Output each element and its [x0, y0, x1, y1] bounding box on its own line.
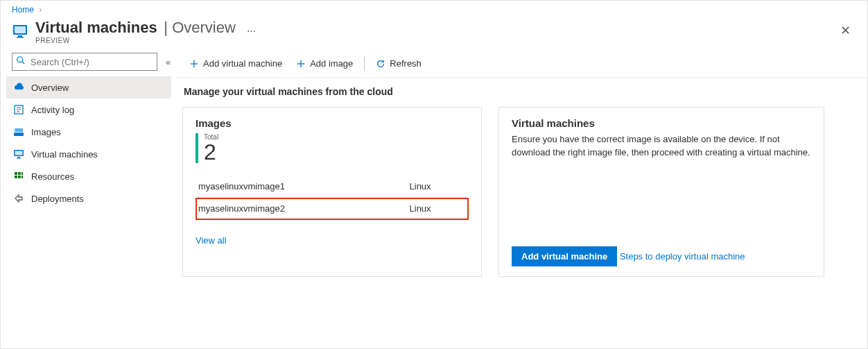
chevron-right-icon: › — [39, 5, 42, 15]
log-icon — [13, 104, 24, 115]
add-vm-button[interactable]: Add virtual machine — [182, 53, 289, 75]
monitor-icon — [12, 23, 28, 40]
metric-accent-bar — [196, 133, 198, 163]
table-row[interactable]: myaselinuxvmimage1 Linux — [196, 176, 469, 198]
steps-link[interactable]: Steps to deploy virtual machine — [620, 251, 745, 262]
image-name: myaselinuxvmimage1 — [196, 176, 407, 198]
svg-rect-19 — [15, 176, 17, 178]
svg-point-4 — [17, 57, 23, 62]
images-card: Images Total 2 myaselinuxvmimage1 Lin — [182, 107, 482, 277]
sidebar-item-label: Deployments — [31, 194, 84, 204]
sidebar-item-virtual-machines[interactable]: Virtual machines — [6, 143, 171, 165]
images-card-title: Images — [196, 117, 469, 129]
sidebar-item-images[interactable]: Images — [6, 121, 171, 143]
svg-rect-20 — [18, 176, 21, 178]
page-section: | Overview — [164, 19, 236, 36]
vms-card-title: Virtual machines — [512, 117, 811, 129]
sidebar-item-label: Overview — [31, 83, 69, 93]
add-image-button[interactable]: Add image — [289, 53, 360, 75]
refresh-button[interactable]: Refresh — [369, 53, 428, 75]
svg-rect-13 — [15, 151, 23, 155]
svg-rect-14 — [17, 157, 20, 158]
vms-card-body: Ensure you have the correct image is ava… — [512, 133, 811, 160]
plus-icon — [296, 59, 306, 69]
svg-line-5 — [22, 62, 25, 65]
svg-rect-17 — [18, 172, 21, 175]
image-name: myaselinuxvmimage2 — [196, 198, 407, 220]
svg-rect-1 — [15, 26, 26, 33]
deploy-icon — [13, 193, 24, 204]
image-os: Linux — [407, 198, 469, 220]
sidebar-item-activity-log[interactable]: Activity log — [6, 99, 171, 121]
sidebar-item-label: Activity log — [31, 105, 74, 115]
preview-badge: PREVIEW — [35, 37, 236, 44]
svg-rect-21 — [21, 176, 23, 178]
svg-rect-15 — [17, 158, 21, 159]
more-icon[interactable]: ⋯ — [247, 26, 256, 36]
svg-rect-18 — [21, 172, 23, 175]
sidebar-item-label: Images — [31, 127, 61, 137]
monitor-small-icon — [13, 148, 24, 160]
sidebar-item-deployments[interactable]: Deployments — [6, 187, 171, 210]
svg-rect-2 — [18, 35, 22, 37]
sidebar-item-label: Resources — [31, 171, 74, 182]
metric-value: 2 — [204, 141, 218, 163]
svg-rect-10 — [14, 133, 24, 136]
sidebar-item-resources[interactable]: Resources — [6, 165, 171, 187]
plus-icon — [189, 59, 199, 69]
breadcrumb: Home › — [1, 1, 867, 16]
cloud-icon — [13, 82, 24, 93]
toolbar-separator — [364, 57, 365, 71]
vms-card: Virtual machines Ensure you have the cor… — [498, 107, 824, 277]
breadcrumb-home[interactable]: Home — [12, 5, 34, 15]
table-row[interactable]: myaselinuxvmimage2 Linux — [196, 198, 469, 220]
svg-rect-11 — [15, 128, 23, 132]
svg-rect-3 — [17, 37, 24, 38]
image-os: Linux — [407, 176, 469, 198]
page-description: Manage your virtual machines from the cl… — [184, 86, 856, 97]
svg-rect-16 — [15, 172, 17, 175]
view-all-link[interactable]: View all — [196, 235, 227, 246]
search-input[interactable] — [12, 53, 157, 71]
sidebar-item-label: Virtual machines — [31, 149, 98, 160]
page-title: Virtual machines — [35, 19, 157, 37]
refresh-icon — [376, 59, 385, 69]
close-icon[interactable]: ✕ — [835, 19, 856, 42]
search-icon — [16, 56, 26, 67]
collapse-sidebar-icon[interactable]: « — [166, 57, 171, 67]
disk-icon — [13, 126, 24, 137]
grid-icon — [13, 171, 24, 182]
add-virtual-machine-button[interactable]: Add virtual machine — [512, 246, 617, 266]
sidebar-item-overview[interactable]: Overview — [6, 76, 171, 99]
